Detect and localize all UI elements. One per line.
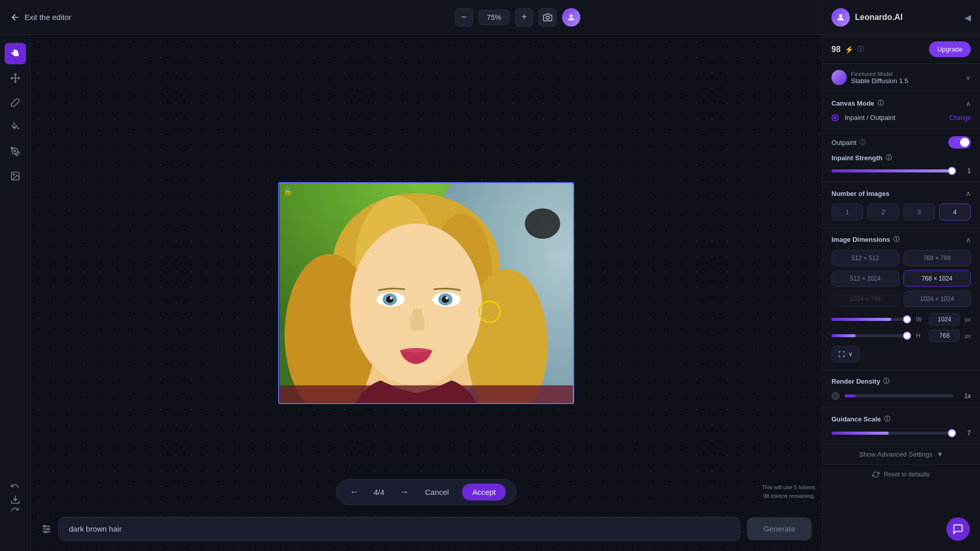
generate-button[interactable]: Generate — [747, 517, 812, 540]
svg-point-1 — [570, 14, 573, 17]
transform-icon — [10, 73, 20, 83]
image-dimensions-collapse[interactable]: ∧ — [966, 236, 971, 244]
brush-tool-button[interactable] — [5, 92, 26, 113]
inpaint-strength-slider-row: 1 — [831, 167, 971, 174]
outpaint-info-icon[interactable]: ⓘ — [860, 138, 866, 147]
num-images-2-button[interactable]: 2 — [867, 204, 899, 220]
guidance-scale-thumb[interactable] — [948, 429, 956, 437]
prev-image-button[interactable]: ← — [347, 485, 362, 500]
image-tool-button[interactable] — [5, 165, 26, 187]
zoom-out-button[interactable]: − — [455, 8, 473, 27]
number-of-images-header: Number of Images ∧ — [831, 189, 971, 197]
transform-tool-button[interactable] — [5, 67, 26, 89]
hand-tool-button[interactable] — [5, 43, 26, 64]
width-slider-track[interactable] — [831, 318, 911, 321]
model-preset-label: Finetuned Model — [851, 71, 909, 77]
inpaint-strength-thumb[interactable] — [948, 167, 956, 175]
aspect-ratio-button[interactable]: ∨ — [831, 346, 860, 362]
brand-icon — [836, 13, 845, 22]
dim-512x1024-button[interactable]: 512 × 1024 — [831, 270, 899, 287]
canvas-mode-title: Canvas Mode ⓘ — [831, 99, 884, 108]
panel-header: Leonardo.AI ◀ — [822, 0, 980, 35]
width-unit: px — [965, 316, 971, 322]
guidance-scale-track[interactable] — [831, 432, 955, 435]
height-input[interactable] — [929, 330, 960, 342]
fill-tool-button[interactable] — [5, 116, 26, 138]
exit-editor-button[interactable]: Exit the editor — [10, 12, 71, 22]
dim-1024x768-button[interactable]: 1024 × 768 — [831, 291, 899, 307]
render-density-dot — [831, 392, 840, 400]
canvas-mode-collapse[interactable]: ∧ — [966, 99, 971, 108]
credits-info-icon[interactable]: ⓘ — [857, 45, 864, 54]
camera-icon-button[interactable] — [538, 8, 557, 27]
dim-1024x1024-button[interactable]: 1024 × 1024 — [903, 291, 971, 307]
canvas-image-container[interactable]: 🔒 — [278, 182, 574, 404]
inpaint-strength-info-icon[interactable]: ⓘ — [886, 154, 892, 162]
upgrade-button[interactable]: Upgrade — [929, 41, 971, 57]
width-input[interactable] — [929, 313, 960, 325]
brand-name: Leonardo.AI — [855, 13, 902, 22]
number-of-images-section: Number of Images ∧ 1 2 3 4 — [822, 182, 980, 228]
reset-defaults-button[interactable]: Reset to defaults — [822, 465, 980, 484]
show-advanced-settings-button[interactable]: Show Advanced Settings ▼ — [822, 444, 980, 465]
svg-point-32 — [44, 531, 46, 533]
redo-icon — [10, 505, 19, 514]
height-slider-thumb[interactable] — [903, 332, 911, 340]
dim-512x512-button[interactable]: 512 × 512 — [831, 250, 899, 266]
model-expand-button[interactable]: ∨ — [966, 74, 971, 82]
render-density-title: Render Density ⓘ — [831, 377, 889, 386]
model-text-group: Finetuned Model Stable Diffusion 1.5 — [851, 71, 909, 85]
prompt-settings-button[interactable] — [41, 523, 52, 535]
dim-768x768-button[interactable]: 768 × 768 — [903, 250, 971, 266]
camera-icon — [543, 13, 552, 22]
guidance-scale-header: Guidance Scale ⓘ — [831, 415, 971, 423]
brand-avatar — [831, 8, 850, 27]
model-row[interactable]: Finetuned Model Stable Diffusion 1.5 ∨ — [822, 64, 980, 92]
undo-button[interactable] — [4, 475, 26, 497]
svg-point-31 — [47, 528, 50, 530]
brush-icon — [10, 97, 20, 108]
prompt-input[interactable] — [58, 517, 741, 541]
render-density-section: Render Density ⓘ 1x — [822, 370, 980, 408]
inpaint-strength-track[interactable] — [831, 169, 955, 172]
guidance-scale-title: Guidance Scale ⓘ — [831, 415, 890, 423]
canvas-mode-info-icon[interactable]: ⓘ — [877, 99, 884, 108]
hand-icon — [10, 48, 20, 59]
render-density-track[interactable] — [845, 394, 953, 397]
dim-768x1024-button[interactable]: 768 × 1024 — [903, 270, 971, 287]
accept-button[interactable]: Accept — [462, 484, 506, 500]
sliders-icon — [41, 523, 52, 535]
outpaint-toggle[interactable] — [948, 136, 971, 148]
pen-tool-button[interactable] — [5, 141, 26, 162]
inpaint-strength-title: Inpaint Strength ⓘ — [831, 154, 971, 162]
render-density-row: 1x — [831, 392, 971, 400]
svg-rect-26 — [280, 385, 573, 403]
inpaint-strength-value: 1 — [961, 167, 971, 174]
canvas-mode-radio[interactable] — [831, 114, 839, 121]
panel-collapse-button[interactable]: ◀ — [965, 13, 971, 22]
adv-settings-label: Show Advanced Settings — [859, 450, 933, 458]
credits-count: 98 — [831, 45, 841, 54]
next-image-button[interactable]: → — [397, 485, 412, 500]
dimension-presets-grid: 512 × 512 768 × 768 512 × 1024 768 × 102… — [831, 250, 971, 307]
left-toolbar — [0, 35, 31, 551]
num-images-1-button[interactable]: 1 — [831, 204, 863, 220]
undo-redo-group — [4, 475, 26, 520]
canvas-mode-label: Inpaint / Outpaint — [845, 114, 895, 121]
redo-button[interactable] — [4, 499, 26, 520]
width-slider-thumb[interactable] — [903, 315, 911, 323]
render-density-info-icon[interactable]: ⓘ — [883, 377, 889, 386]
num-images-3-button[interactable]: 3 — [903, 204, 935, 220]
canvas-mode-change-link[interactable]: Change — [949, 114, 971, 121]
guidance-scale-info-icon[interactable]: ⓘ — [884, 415, 890, 423]
svg-point-0 — [546, 16, 549, 19]
cancel-button[interactable]: Cancel — [419, 485, 455, 499]
outpaint-label: Outpaint ⓘ — [831, 138, 866, 147]
image-dimensions-info-icon[interactable]: ⓘ — [893, 235, 899, 244]
num-images-4-button[interactable]: 4 — [939, 204, 971, 220]
number-of-images-collapse[interactable]: ∧ — [966, 189, 971, 197]
svg-point-24 — [390, 296, 393, 299]
zoom-in-button[interactable]: + — [515, 8, 533, 27]
chat-support-button[interactable] — [946, 517, 970, 541]
height-slider-track[interactable] — [831, 334, 911, 337]
